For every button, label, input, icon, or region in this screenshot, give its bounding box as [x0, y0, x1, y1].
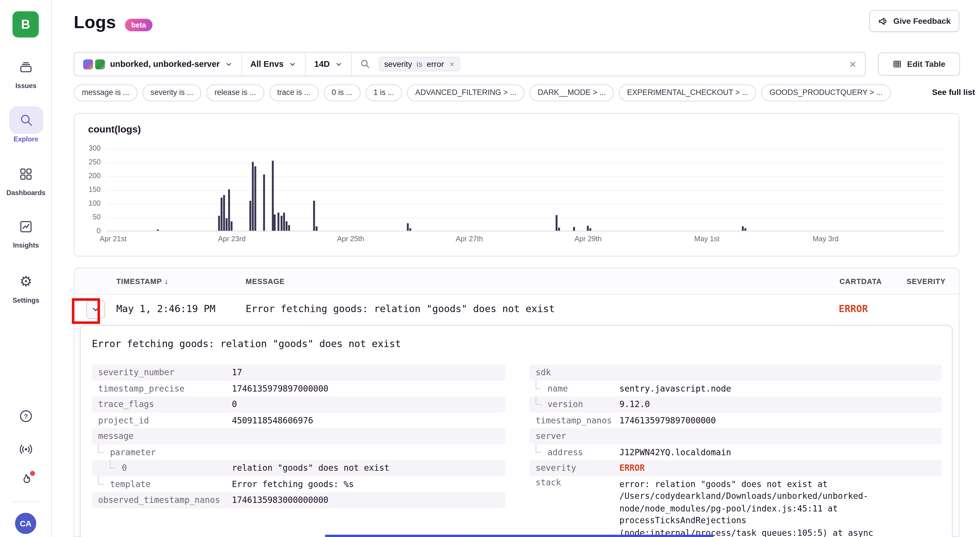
search-token-severity[interactable]: severity is error ×: [379, 57, 460, 71]
see-full-list-button[interactable]: See full list: [923, 84, 975, 101]
token-remove-icon[interactable]: ×: [450, 59, 455, 69]
chart-y-labels: 050100150200250300: [76, 149, 101, 231]
filter-chip[interactable]: severity is ...: [143, 84, 202, 101]
detail-row-severity_number: severity_number17: [92, 365, 506, 381]
sidebar-item-label: Dashboards: [0, 189, 52, 196]
filter-chip[interactable]: EXPERIMENTAL_CHECKOUT > ...: [619, 84, 756, 101]
user-avatar[interactable]: CA: [15, 513, 36, 534]
environment-selector-label: All Envs: [250, 59, 283, 69]
chart-bar: [313, 201, 315, 231]
filter-chip[interactable]: GOODS_PRODUCTQUERY > ...: [762, 84, 891, 101]
sidebar-item-label: Settings: [0, 296, 52, 304]
sidebar-item-settings[interactable]: ⚙ Settings: [0, 268, 52, 304]
tree-connector: [98, 444, 104, 453]
gridline: [107, 163, 945, 163]
detail-row-project_id: project_id4509118548606976: [92, 413, 506, 429]
broadcast-icon[interactable]: [0, 442, 52, 456]
x-tick-label: May 3rd: [800, 235, 850, 243]
detail-key: server: [536, 428, 566, 445]
chart-bar: [263, 174, 265, 231]
detail-value: 9.12.0: [619, 397, 650, 413]
chart-bar: [218, 216, 220, 231]
y-tick-label: 250: [76, 158, 101, 166]
filter-chip[interactable]: release is ...: [207, 84, 264, 101]
whats-new-icon[interactable]: [0, 473, 52, 487]
detail-row-server: server: [529, 428, 942, 445]
search-input[interactable]: severity is error × ×: [352, 53, 865, 76]
filter-chip[interactable]: ADVANCED_FILTERING > ...: [407, 84, 524, 101]
detail-row-parameter: parameter: [92, 445, 506, 461]
tree-connector: [536, 444, 541, 453]
x-tick-label: Apr 21st: [88, 235, 138, 243]
sidebar-item-insights[interactable]: Insights: [0, 213, 52, 249]
tree-connector: [110, 459, 116, 468]
gridline: [107, 218, 945, 218]
chart-bar: [558, 228, 560, 231]
detail-row-template: templateError fetching goods: %s: [92, 476, 506, 492]
help-icon[interactable]: ?: [0, 409, 52, 424]
chart-bar: [226, 218, 228, 231]
beta-badge: beta: [125, 19, 152, 31]
edit-table-button[interactable]: Edit Table: [878, 53, 960, 76]
row-expander-button[interactable]: [86, 300, 105, 319]
detail-row-stack: stackerror: relation "goods" does not ex…: [529, 476, 942, 537]
filter-chip[interactable]: DARK__MODE > ...: [530, 84, 614, 101]
chart-bar: [286, 221, 288, 231]
give-feedback-button[interactable]: Give Feedback: [870, 10, 959, 32]
chart-bar: [573, 227, 575, 231]
detail-value: 17: [232, 365, 242, 381]
gridline: [107, 177, 945, 177]
project-selector[interactable]: unborked, unborked-server: [74, 53, 241, 76]
insights-icon: [9, 213, 43, 240]
chevron-down-icon: [289, 60, 296, 68]
detail-key: observed_timestamp_nanos: [98, 492, 220, 508]
detail-row-version: version9.12.0: [529, 397, 942, 413]
filter-chip[interactable]: 1 is ...: [365, 84, 402, 101]
row-timestamp: May 1, 2:46:19 PM: [116, 303, 215, 314]
filter-chip[interactable]: trace is ...: [269, 84, 318, 101]
detail-value: 4509118548606976: [232, 413, 313, 429]
sidebar: B Issues Explore Dashboards Insights: [0, 0, 52, 537]
y-tick-label: 200: [76, 172, 101, 179]
chart-bar: [556, 215, 558, 231]
detail-value: 1746135983000000000: [232, 492, 329, 508]
explore-icon: [9, 107, 43, 134]
detail-value: J12PWN42YQ.localdomain: [619, 445, 731, 461]
chart-bar: [223, 195, 225, 231]
detail-key: template: [110, 476, 151, 492]
x-tick-label: Apr 23rd: [207, 235, 257, 243]
detail-row-name: namesentry.javascript.node: [529, 380, 942, 397]
date-range-label: 14D: [314, 59, 330, 69]
chart-bar: [157, 229, 159, 231]
environment-selector[interactable]: All Envs: [242, 53, 305, 76]
sidebar-item-dashboards[interactable]: Dashboards: [0, 160, 52, 196]
detail-row-trace_flags: trace_flags0: [92, 397, 506, 413]
x-tick-label: Apr 29th: [563, 235, 613, 243]
filter-chip[interactable]: message is ...: [74, 84, 137, 101]
row-message: Error fetching goods: relation "goods" d…: [246, 303, 555, 314]
chart-bar: [274, 214, 276, 231]
token-value: error: [426, 59, 444, 69]
sidebar-item-label: Insights: [0, 241, 52, 249]
give-feedback-label: Give Feedback: [893, 16, 950, 26]
clear-search-icon[interactable]: ×: [849, 58, 856, 70]
tree-connector: [536, 380, 541, 389]
y-tick-label: 100: [76, 199, 101, 207]
detail-key: parameter: [110, 445, 156, 461]
settings-gear-icon: ⚙: [9, 268, 43, 295]
search-icon: [360, 59, 370, 69]
sidebar-item-explore[interactable]: Explore: [0, 107, 52, 143]
column-header-message[interactable]: MESSAGE: [246, 277, 285, 286]
detail-key: version: [547, 397, 583, 413]
filter-chip[interactable]: 0 is ...: [324, 84, 360, 101]
date-range-selector[interactable]: 14D: [305, 53, 351, 76]
sidebar-item-issues[interactable]: Issues: [0, 53, 52, 89]
detail-key: message: [98, 428, 134, 445]
org-logo[interactable]: B: [13, 11, 39, 38]
column-header-timestamp[interactable]: TIMESTAMP↓: [116, 277, 168, 286]
table-row[interactable]: May 1, 2:46:19 PM Error fetching goods: …: [74, 295, 958, 325]
column-header-cartdata[interactable]: CARTDATA: [840, 277, 882, 286]
detail-kv-right: sdknamesentry.javascript.nodeversion9.12…: [529, 365, 942, 537]
detail-value: 0: [232, 397, 237, 413]
column-header-severity[interactable]: SEVERITY: [907, 277, 946, 286]
